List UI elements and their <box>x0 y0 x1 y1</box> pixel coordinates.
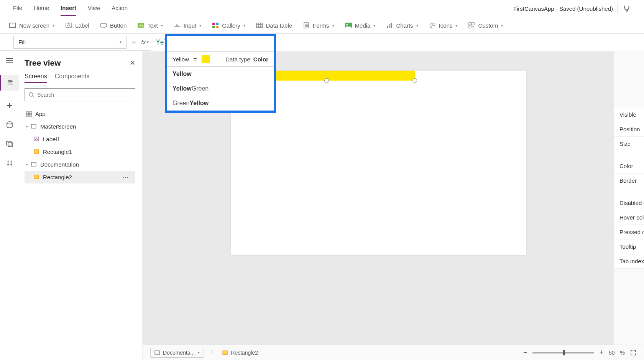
breadcrumb-control-label: Rectangle2 <box>231 350 258 356</box>
search-icon <box>29 92 34 97</box>
menubar-left: File Home Insert View Action <box>13 1 128 16</box>
node-rectangle2[interactable]: Rectangle2 ⋯ <box>25 171 135 183</box>
menu-file[interactable]: File <box>13 1 22 16</box>
svg-rect-29 <box>30 114 32 116</box>
node-label1[interactable]: Label1 <box>25 133 135 145</box>
datatype-info: Data type: Color <box>225 56 268 63</box>
input-button[interactable]: Input ▾ <box>174 22 201 29</box>
zoom-controls: − + 50 % <box>523 348 636 357</box>
suggestion-yellowgreen[interactable]: YellowGreen <box>167 81 274 96</box>
media-rail-icon[interactable] <box>5 140 14 148</box>
menu-view[interactable]: View <box>88 1 100 16</box>
search-input[interactable] <box>37 92 131 98</box>
svg-point-13 <box>346 24 348 25</box>
formula-autocomplete-popup: Yellow = Data type: Color Yellow YellowG… <box>165 34 276 113</box>
data-icon[interactable] <box>5 121 14 129</box>
screen-icon <box>31 162 37 167</box>
hamburger-icon[interactable] <box>5 56 14 64</box>
zoom-in-button[interactable]: + <box>599 348 603 357</box>
tab-components[interactable]: Components <box>55 73 90 83</box>
svg-rect-3 <box>100 23 107 27</box>
chevron-down-icon: ▾ <box>416 23 418 28</box>
suggestion-greenyellow[interactable]: GreenYellow <box>167 96 274 111</box>
prop-position[interactable]: Position <box>614 122 644 137</box>
datatype-label: Data type: <box>225 56 253 63</box>
icons-icon <box>429 22 436 28</box>
zoom-slider[interactable] <box>532 352 594 353</box>
svg-rect-14 <box>387 26 388 28</box>
prop-color[interactable]: Color <box>614 159 644 173</box>
node-rectangle1[interactable]: Rectangle1 <box>25 145 135 158</box>
media-label: Media <box>355 22 371 29</box>
prop-tabindex[interactable]: Tab index <box>614 254 644 269</box>
suggestion-yellow[interactable]: Yellow <box>167 67 274 81</box>
search-box[interactable] <box>25 88 135 101</box>
svg-rect-6 <box>212 23 215 25</box>
breadcrumb-screen[interactable]: Documenta... ▾ <box>150 348 204 358</box>
icons-label: Icons <box>439 22 453 29</box>
svg-rect-21 <box>469 26 471 28</box>
chevron-down-icon: ▾ <box>26 162 28 167</box>
menu-insert[interactable]: Insert <box>61 1 76 16</box>
svg-rect-30 <box>31 124 36 128</box>
svg-rect-33 <box>31 162 36 166</box>
button-button[interactable]: Button <box>100 22 127 29</box>
node-rect2-label: Rectangle2 <box>43 174 72 180</box>
prop-disabled-color[interactable]: Disabled color <box>614 196 644 210</box>
tree-view-icon[interactable] <box>0 75 19 91</box>
icons-button[interactable]: Icons ▾ <box>429 22 458 29</box>
ribbon: New screen ▾ Label Button Abc Text ▾ Inp… <box>0 17 644 34</box>
svg-rect-28 <box>26 114 29 116</box>
eval-equals: = <box>194 56 197 63</box>
color-swatch <box>202 55 210 63</box>
svg-point-22 <box>7 122 12 124</box>
popup-evaluation-row: Yellow = Data type: Color <box>167 51 274 67</box>
prop-tooltip[interactable]: Tooltip <box>614 239 644 254</box>
zoom-out-button[interactable]: − <box>523 348 527 357</box>
forms-button[interactable]: Forms ▾ <box>303 22 334 29</box>
node-documentation[interactable]: ▾ Documentation <box>25 158 135 171</box>
fit-to-screen-icon[interactable] <box>630 350 636 356</box>
custom-label: Custom <box>478 22 498 29</box>
tree-tabs: Screens Components <box>25 73 135 83</box>
label-button[interactable]: Label <box>65 22 89 29</box>
svg-rect-10 <box>256 23 263 28</box>
table-icon <box>256 22 263 28</box>
node-app[interactable]: App <box>25 107 135 120</box>
bottom-bar: Documenta... ▾ 〉 Rectangle2 − + 50 % <box>143 345 644 360</box>
screen-icon <box>9 22 16 28</box>
breadcrumb-control[interactable]: Rectangle2 <box>222 350 258 356</box>
close-icon[interactable]: ✕ <box>130 59 135 67</box>
charts-button[interactable]: Charts ▾ <box>386 22 418 29</box>
more-options-icon[interactable]: ⋯ <box>123 174 129 181</box>
property-dropdown[interactable]: Fill ▾ <box>13 36 127 49</box>
app-checker-icon[interactable] <box>623 4 631 13</box>
svg-rect-16 <box>391 23 392 28</box>
gallery-icon <box>212 22 219 28</box>
svg-rect-20 <box>472 23 474 25</box>
menu-action[interactable]: Action <box>112 1 128 16</box>
prop-hover-color[interactable]: Hover color <box>614 210 644 225</box>
data-table-button[interactable]: Data table <box>256 22 292 29</box>
tools-icon[interactable] <box>5 159 14 167</box>
tab-screens[interactable]: Screens <box>25 73 47 83</box>
prop-pressed-color[interactable]: Pressed color <box>614 225 644 239</box>
text-icon: Abc <box>137 22 144 28</box>
gallery-button[interactable]: Gallery ▾ <box>212 22 245 29</box>
prop-border[interactable]: Border <box>614 173 644 188</box>
node-masterscreen[interactable]: ▾ MasterScreen <box>25 120 135 133</box>
selection-handle[interactable] <box>412 78 417 83</box>
input-icon <box>174 22 181 28</box>
fx-label[interactable]: fx▾ <box>141 39 149 45</box>
media-button[interactable]: Media ▾ <box>345 22 376 29</box>
prop-visible[interactable]: Visible <box>614 107 644 122</box>
add-icon[interactable] <box>5 101 14 110</box>
text-button[interactable]: Abc Text ▾ <box>137 22 163 29</box>
prop-size[interactable]: Size <box>614 137 644 151</box>
slider-thumb[interactable] <box>563 350 565 355</box>
custom-button[interactable]: Custom ▾ <box>468 22 503 29</box>
menu-home[interactable]: Home <box>34 1 49 16</box>
new-screen-button[interactable]: New screen ▾ <box>9 22 54 29</box>
svg-rect-15 <box>389 24 390 28</box>
selection-handle[interactable] <box>324 78 329 83</box>
